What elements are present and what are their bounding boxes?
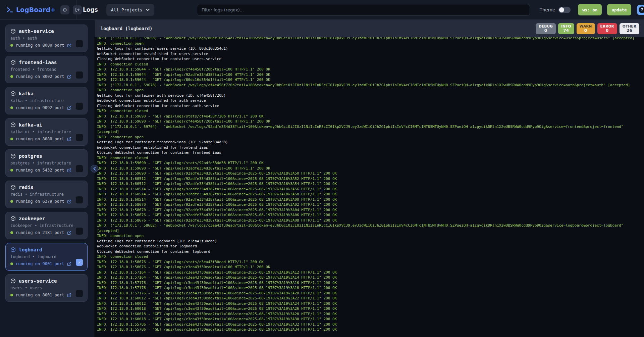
service-status-text: running on 8002 port [16,74,64,79]
log-line: INFO: connection closed [97,62,641,67]
log-line: Getting logs for container users-service… [97,46,641,51]
external-link-icon[interactable] [67,137,71,141]
service-status-row: running on 8002 port [10,74,83,79]
service-status-text: running on 5432 port [16,168,64,173]
app-title: LogBoard+ [16,6,56,13]
service-checkbox[interactable] [76,134,83,141]
log-line: INFO: 172.18.0.1:60512 - "GET /api/logs/… [97,176,641,182]
external-link-icon[interactable] [67,168,71,173]
log-panel: logboard (logboard) DEBUG0INFO74WARN0ERR… [95,20,644,337]
service-checkbox[interactable] [76,71,83,79]
badge-warn[interactable]: WARN0 [577,23,595,34]
package-icon [10,153,16,159]
service-subtitle: auth • auth [10,36,83,41]
log-line: INFO: connection open [97,233,641,239]
log-line: Closing WebSocket connection for contain… [97,103,641,109]
external-link-icon[interactable] [67,43,71,48]
service-card-logboard[interactable]: logboardlogboard • logboardrunning on 90… [5,243,88,271]
service-name: frontend-iaas [19,60,57,65]
service-name-row: kafka-ui [10,122,83,128]
page-title: Logs [83,6,98,13]
package-icon [10,122,16,128]
service-card-users-service[interactable]: users-serviceusers • usersrunning on 800… [5,274,88,302]
log-line: INFO: ('172.18.0.1', 59704) - "WebSocket… [97,124,641,135]
service-name: zookeeper [19,216,45,221]
service-card-auth-service[interactable]: auth-serviceauth • authrunning on 8000 p… [5,25,88,52]
service-card-zookeeper[interactable]: zookeeperzookeeper • infrastructurerunni… [5,212,88,239]
service-checkbox[interactable] [76,196,83,203]
log-line: INFO: 172.18.0.1:59690 - "GET /api/logs/… [97,166,641,171]
badge-debug[interactable]: DEBUG0 [536,23,556,34]
service-card-frontend-iaas[interactable]: frontend-iaasfrontend • frontendrunning … [5,56,88,83]
service-status-row: running on 6379 port [10,199,83,204]
service-name: logboard [19,247,42,252]
service-status-row: running on 5432 port [10,168,83,173]
service-subtitle: frontend • frontend [10,67,83,72]
service-status-row: running on 9001 port [10,261,83,266]
service-name-row: zookeeper [10,216,83,221]
service-subtitle: zookeeper • infrastructure [10,223,83,228]
service-card-postgres[interactable]: postgrespostgres • infrastructurerunning… [5,149,88,177]
log-line: INFO: connection closed [97,155,641,161]
badge-error[interactable]: ERROR0 [597,23,617,34]
sidebar-collapse-button[interactable] [91,165,98,173]
log-line: INFO: connection closed [97,254,641,259]
badge-count: 0 [539,28,553,33]
external-link-icon[interactable] [67,231,71,235]
level-badges: DEBUG0INFO74WARN0ERROR0OTHER26 [536,23,639,34]
log-line: INFO: 172.18.0.1:60514 - "GET /api/logs/… [97,187,641,192]
log-line: INFO: 172.18.0.1:59644 - "GET /api/logs/… [97,77,641,83]
badge-other[interactable]: OTHER26 [620,23,639,34]
service-name: users-service [19,278,57,284]
service-subtitle: kafka-ui • infrastructure [10,130,83,134]
badge-label: INFO [561,24,571,28]
log-filter-input[interactable] [197,4,530,16]
log-line: INFO: 172.18.0.1:58670 - "GET /api/logs/… [97,207,641,213]
service-checkbox[interactable] [76,40,83,47]
badge-label: WARN [580,24,592,28]
help-button[interactable]: ? [637,5,644,15]
badge-label: ERROR [600,24,614,28]
log-line: INFO: connection open [97,135,641,140]
websocket-status-button[interactable]: ws: on [578,4,602,15]
log-line: INFO: 172.18.0.1:60012 - "GET /api/logs/… [97,301,641,306]
service-checkbox[interactable]: ✓ [76,259,83,266]
service-checkbox[interactable] [76,290,83,297]
service-status-row: running on 2181 port [10,230,83,235]
log-line: WebSocket connection established for log… [97,244,641,249]
settings-button[interactable]: ⚙ [60,5,69,14]
external-link-icon[interactable] [67,75,71,79]
service-status-text: running on 8001 port [16,293,64,297]
service-name-row: logboard [10,247,83,252]
log-line: Getting logs for container auth-service … [97,93,641,98]
gear-icon: ⚙ [63,7,67,12]
service-card-redis[interactable]: redisredis • infrastructurerunning on 63… [5,181,88,208]
external-link-icon[interactable] [67,106,71,110]
external-link-icon[interactable] [67,262,71,266]
log-line: WebSocket connection established for use… [97,51,641,57]
service-checkbox[interactable] [76,103,83,110]
service-name-row: postgres [10,153,83,159]
log-line: INFO: connection open [97,88,641,93]
service-status-row: running on 8001 port [10,293,83,297]
external-link-icon[interactable] [67,199,71,204]
service-checkbox[interactable] [76,228,83,235]
terminal-prompt-icon [6,6,13,13]
log-line: WebSocket connection established for fro… [97,145,641,150]
service-name: redis [19,185,34,190]
log-line: INFO: 172.18.0.1:57164 - "GET /api/logs/… [97,270,641,275]
log-line: INFO: ('172.18.0.1', 59678) - "WebSocket… [97,83,641,88]
update-button[interactable]: update [607,4,631,15]
header-main: Logs All Projects Theme ws: on update ? [76,0,644,19]
service-name-row: frontend-iaas [10,60,83,65]
theme-toggle[interactable] [558,7,571,13]
service-checkbox[interactable] [76,165,83,172]
log-line: INFO: 172.18.0.1:59690 - "GET /api/logs/… [97,119,641,124]
service-card-kafka[interactable]: kafkakafka • infrastructurerunning on 90… [5,87,88,114]
badge-info[interactable]: INFO74 [558,23,574,34]
service-card-kafka-ui[interactable]: kafka-uikafka-ui • infrastructurerunning… [5,118,88,146]
project-filter-dropdown[interactable]: All Projects [106,4,154,16]
log-line: INFO: connection open [97,41,641,46]
log-line: INFO: 172.18.0.1:59690 - "GET /api/logs/… [97,160,641,166]
external-link-icon[interactable] [67,293,71,297]
